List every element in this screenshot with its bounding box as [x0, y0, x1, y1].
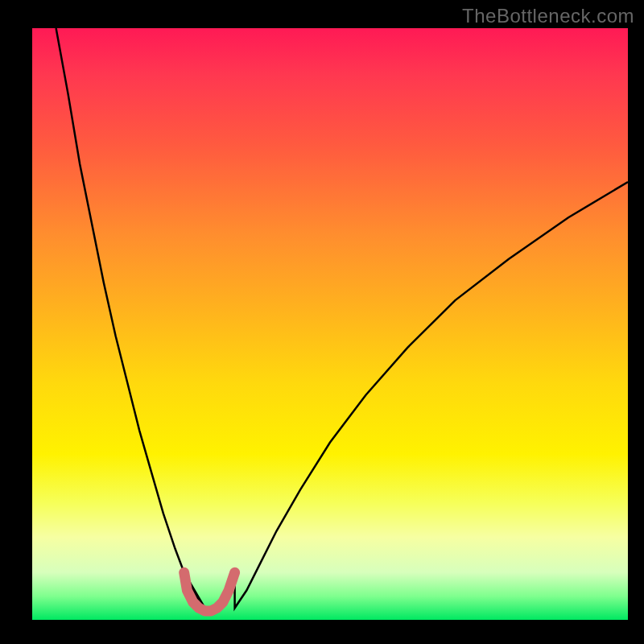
watermark-text: TheBottleneck.com	[462, 5, 634, 27]
chart-frame: TheBottleneck.com	[0, 0, 644, 644]
marker-band	[184, 572, 235, 611]
plot-area	[32, 28, 628, 620]
bottleneck-curve	[56, 28, 628, 611]
curve-svg	[32, 28, 628, 620]
